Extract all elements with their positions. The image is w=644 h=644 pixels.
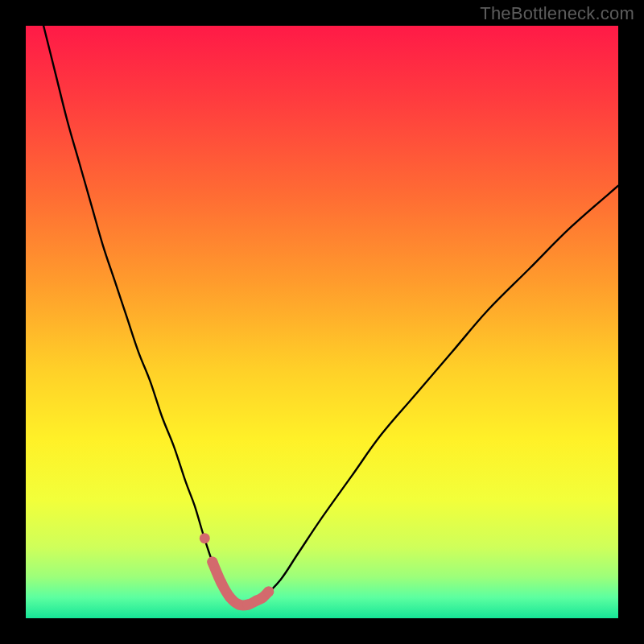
highlight-dot: [216, 577, 226, 588]
highlight-dot: [243, 600, 254, 610]
chart-svg: [26, 26, 618, 618]
gradient-background: [26, 26, 618, 618]
highlight-dot: [263, 586, 274, 597]
watermark-text: TheBottleneck.com: [480, 3, 634, 24]
highlight-dot: [225, 592, 235, 603]
plot-area: [26, 26, 618, 618]
highlight-dot: [200, 533, 210, 543]
highlight-dot: [207, 557, 217, 568]
chart-frame: TheBottleneck.com: [0, 0, 644, 644]
